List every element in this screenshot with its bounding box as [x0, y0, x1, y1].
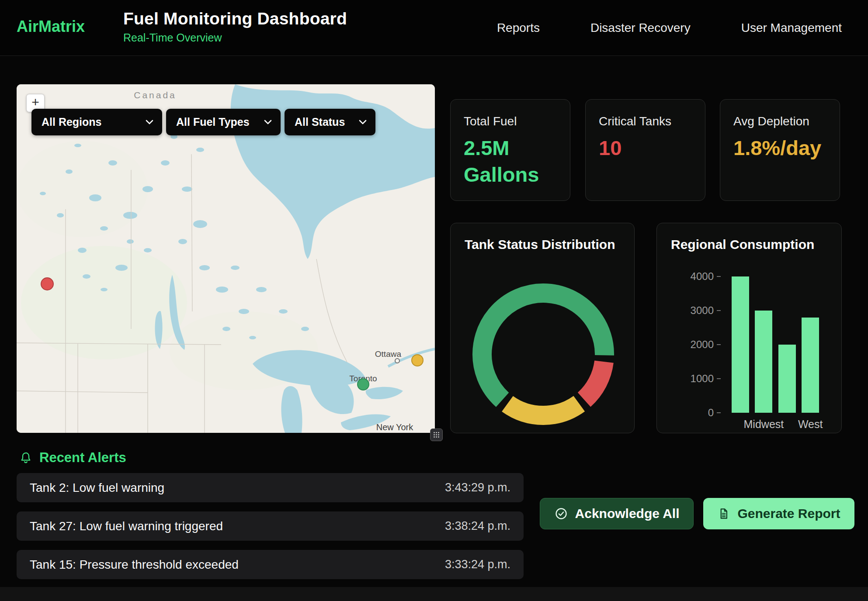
consumption-bar-3: [802, 318, 819, 413]
regional-consumption-card: Regional Consumption 01000200030004000 M…: [656, 223, 842, 433]
y-tick-label: 0: [708, 407, 714, 419]
acknowledge-all-button[interactable]: Acknowledge All: [540, 498, 694, 529]
generate-report-label: Generate Report: [737, 506, 840, 521]
alert-row[interactable]: Tank 27: Low fuel warning triggered 3:38…: [17, 511, 524, 541]
critical-tanks-value: 10: [599, 135, 692, 161]
total-fuel-card: Total Fuel 2.5M Gallons: [450, 99, 570, 201]
nav-reports[interactable]: Reports: [497, 21, 540, 35]
main-nav: Reports Disaster Recovery User Managemen…: [497, 0, 842, 55]
consumption-bar-2: [778, 345, 796, 413]
grid-dots-icon: [433, 432, 440, 438]
alert-message: Tank 2: Low fuel warning: [30, 481, 164, 495]
consumption-bar-0: [732, 276, 749, 413]
fuel-type-filter-select[interactable]: All Fuel Types: [166, 109, 281, 135]
map-forest-patch: [17, 141, 148, 237]
map-panel[interactable]: Canada Ottawa Toronto New York + All Reg…: [17, 84, 435, 433]
status-filter-value: All Status: [295, 116, 345, 128]
total-fuel-value: 2.5M Gallons: [464, 135, 557, 188]
chart-title: Regional Consumption: [671, 237, 827, 252]
y-tick-mark: [717, 276, 721, 277]
consumption-bar-1: [755, 311, 772, 413]
avg-depletion-card: Avg Depletion 1.8%/day: [720, 99, 840, 201]
bar-chart-y-axis: 01000200030004000: [673, 276, 722, 413]
region-filter-select[interactable]: All Regions: [31, 109, 162, 135]
recent-alerts-header: Recent Alerts: [19, 450, 126, 466]
chart-title: Tank Status Distribution: [465, 237, 620, 252]
donut-segment-red: [584, 362, 604, 400]
chevron-down-icon: [264, 120, 272, 124]
alert-timestamp: 3:43:29 p.m.: [445, 481, 510, 494]
alert-row[interactable]: Tank 15: Pressure threshold exceeded 3:3…: [17, 550, 524, 579]
region-filter-value: All Regions: [42, 116, 102, 128]
alert-message: Tank 15: Pressure threshold exceeded: [30, 558, 239, 572]
chevron-down-icon: [359, 120, 367, 124]
regional-consumption-bar-chart: 01000200030004000 MidwestWest: [673, 276, 830, 433]
stat-label: Critical Tanks: [599, 114, 692, 128]
alert-row[interactable]: Tank 2: Low fuel warning 3:43:29 p.m.: [17, 473, 524, 502]
map-canvas[interactable]: Canada Ottawa Toronto New York: [17, 84, 435, 433]
y-tick-label: 1000: [691, 373, 714, 385]
y-tick-label: 3000: [691, 304, 714, 317]
brand-logo[interactable]: AirMatrix: [17, 17, 85, 36]
bar-x-label: Midwest: [744, 418, 784, 431]
fuel-type-filter-value: All Fuel Types: [176, 116, 250, 128]
bar-chart-plot: MidwestWest: [727, 276, 830, 413]
chevron-down-icon: [146, 120, 153, 124]
map-forest-patch: [21, 246, 187, 359]
recent-alerts-title: Recent Alerts: [39, 450, 126, 466]
nav-disaster-recovery[interactable]: Disaster Recovery: [590, 21, 691, 35]
alert-message: Tank 27: Low fuel warning triggered: [30, 519, 223, 533]
map-marker-critical[interactable]: [41, 278, 53, 290]
app-header: AirMatrix Fuel Monitoring Dashboard Real…: [0, 0, 868, 56]
bar-x-label: West: [798, 418, 823, 431]
y-tick-mark: [717, 344, 721, 345]
status-filter-select[interactable]: All Status: [285, 109, 375, 135]
critical-tanks-card: Critical Tanks 10: [585, 99, 705, 201]
acknowledge-all-label: Acknowledge All: [575, 506, 680, 521]
tank-status-donut-chart: [469, 280, 618, 428]
map-marker-warning[interactable]: [412, 355, 423, 366]
bottom-bar: [0, 587, 868, 601]
y-tick-mark: [717, 378, 721, 379]
title-block: Fuel Monitoring Dashboard Real-Time Over…: [123, 9, 347, 44]
map-label-ottawa: Ottawa: [375, 349, 402, 359]
nav-user-management[interactable]: User Management: [741, 21, 842, 35]
page-subtitle: Real-Time Overview: [123, 31, 347, 44]
check-circle-icon: [554, 507, 568, 521]
stat-label: Avg Depletion: [733, 114, 826, 128]
donut-segment-yellow: [507, 404, 579, 415]
stat-label: Total Fuel: [464, 114, 557, 128]
ottawa-town-dot: [395, 359, 399, 363]
resize-handle[interactable]: [430, 428, 443, 441]
y-tick-mark: [717, 310, 721, 311]
avg-depletion-value: 1.8%/day: [733, 135, 826, 161]
map-label-canada: Canada: [134, 90, 177, 100]
bell-icon: [19, 451, 32, 464]
map-marker-normal[interactable]: [358, 379, 369, 390]
generate-report-button[interactable]: Generate Report: [703, 498, 854, 529]
map-filter-bar: All Regions All Fuel Types All Status: [31, 109, 375, 135]
alert-timestamp: 3:33:24 p.m.: [445, 558, 510, 571]
document-icon: [717, 507, 730, 520]
y-tick-label: 2000: [691, 338, 714, 351]
alert-timestamp: 3:38:24 p.m.: [445, 519, 510, 533]
fuel-monitoring-dashboard: AirMatrix Fuel Monitoring Dashboard Real…: [0, 0, 868, 601]
y-tick-mark: [717, 412, 721, 413]
y-tick-label: 4000: [691, 270, 714, 283]
tank-status-card: Tank Status Distribution: [450, 223, 635, 433]
map-label-new-york: New York: [376, 422, 413, 432]
page-title: Fuel Monitoring Dashboard: [123, 9, 347, 28]
